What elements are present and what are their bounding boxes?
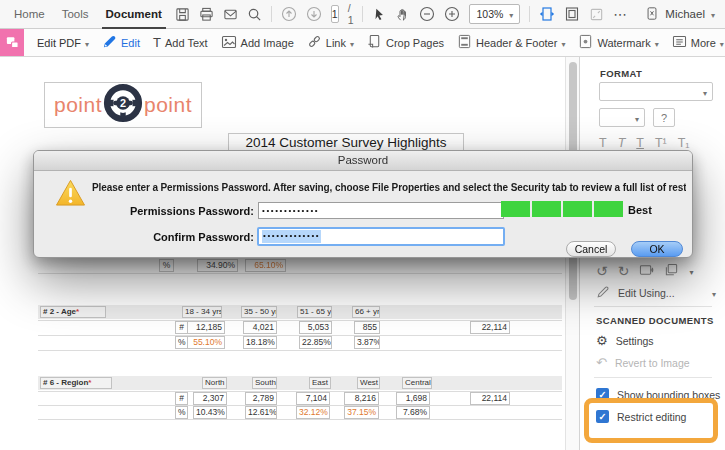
- bold-button[interactable]: T: [599, 136, 607, 150]
- undo-icon[interactable]: [596, 263, 608, 279]
- print-button[interactable]: [199, 3, 214, 25]
- table-cell[interactable]: 18.18%: [243, 336, 277, 349]
- edit-pdf-tool-icon[interactable]: [0, 29, 24, 56]
- tool-name-dropdown[interactable]: Edit PDF: [34, 37, 92, 49]
- table-title-cell[interactable]: # 2 - Age*: [40, 306, 106, 318]
- settings-button[interactable]: Settings: [596, 333, 654, 348]
- link-button[interactable]: Link: [304, 34, 357, 51]
- table-cell[interactable]: 2,307: [193, 392, 227, 405]
- restrict-editing-checkbox-row[interactable]: Restrict editing: [596, 410, 686, 423]
- duplicate-pages-icon[interactable]: [664, 263, 679, 279]
- table-cell[interactable]: 5,053: [299, 321, 332, 334]
- edit-button[interactable]: Edit: [99, 34, 143, 51]
- fit-page-button[interactable]: [564, 3, 580, 25]
- table-cell[interactable]: 1,698: [396, 392, 430, 405]
- search-icon: [247, 7, 262, 22]
- crop-pages-button[interactable]: Crop Pages: [364, 34, 447, 51]
- save-button[interactable]: [175, 3, 190, 25]
- total-cell[interactable]: 22,114: [470, 321, 510, 334]
- more-tools-button[interactable]: [613, 3, 627, 25]
- column-header-cell[interactable]: East: [309, 377, 331, 389]
- table-cell[interactable]: 4,021: [243, 321, 277, 334]
- italic-button[interactable]: T: [618, 136, 626, 150]
- cancel-button[interactable]: Cancel: [566, 241, 616, 257]
- dialog-message: Please enter a Permissions Password. Aft…: [92, 182, 686, 193]
- chevron-down-icon: [655, 37, 659, 49]
- help-button[interactable]: ?: [653, 108, 675, 127]
- table-title-cell[interactable]: # 6 - Region*: [40, 377, 112, 389]
- table-cell[interactable]: 55.10%: [187, 336, 225, 349]
- permissions-password-field[interactable]: •••••••••••••: [258, 202, 504, 219]
- previous-page-button[interactable]: [281, 3, 297, 25]
- watermark-button[interactable]: Watermark: [575, 34, 661, 51]
- checkbox-checked-icon[interactable]: [596, 410, 609, 423]
- row-label-cell[interactable]: %: [175, 406, 188, 419]
- zoom-in-button[interactable]: [444, 3, 460, 25]
- page-number-input[interactable]: 1: [331, 5, 339, 23]
- column-header-cell[interactable]: 18 - 34 yrs: [182, 306, 222, 318]
- table-cell[interactable]: 12.61%: [245, 406, 277, 419]
- divider: [594, 306, 712, 307]
- user-menu[interactable]: Michael: [645, 6, 715, 23]
- table-cell[interactable]: 22.85%: [299, 336, 332, 349]
- table-cell[interactable]: 34.90%: [197, 259, 238, 272]
- column-header-cell[interactable]: South: [252, 377, 277, 389]
- header-footer-button[interactable]: Header & Footer: [454, 34, 568, 51]
- add-image-button[interactable]: Add Image: [218, 35, 297, 51]
- fit-page-icon: [564, 6, 580, 22]
- table-cell[interactable]: 3.87%: [354, 336, 380, 349]
- total-cell[interactable]: 22,114: [470, 392, 510, 405]
- column-header-cell[interactable]: Central: [402, 377, 432, 389]
- more-button[interactable]: More: [669, 35, 725, 50]
- superscript-button[interactable]: T¹: [655, 136, 667, 150]
- table-cell[interactable]: 32.12%: [296, 406, 330, 419]
- edit-using-dropdown[interactable]: Edit Using...: [596, 285, 717, 301]
- row-label-cell[interactable]: #: [175, 392, 188, 405]
- column-header-cell[interactable]: North: [202, 377, 227, 389]
- table-cell[interactable]: 855: [354, 321, 380, 334]
- user-name-label: Michael: [665, 8, 705, 20]
- zoom-level-dropdown[interactable]: 103%: [469, 4, 520, 24]
- table-cell[interactable]: 8,216: [344, 392, 379, 405]
- chevron-down-icon: [350, 37, 354, 49]
- table-cell[interactable]: 7,104: [296, 392, 330, 405]
- next-page-button[interactable]: [306, 3, 322, 25]
- table-cell[interactable]: 7.68%: [396, 406, 430, 419]
- row-label-cell[interactable]: %: [159, 259, 174, 272]
- fit-width-button[interactable]: [539, 3, 555, 25]
- replace-image-icon[interactable]: [639, 263, 654, 279]
- select-tool-button[interactable]: [372, 3, 386, 25]
- tab-document[interactable]: Document: [102, 0, 166, 29]
- table-cell[interactable]: 2,789: [245, 392, 277, 405]
- zoom-out-button[interactable]: [419, 3, 435, 25]
- text-format-row: T T T T¹ T₁: [599, 136, 690, 150]
- font-family-dropdown[interactable]: [599, 82, 713, 101]
- tab-tools[interactable]: Tools: [58, 0, 93, 29]
- underline-button[interactable]: T: [636, 136, 644, 150]
- confirm-password-field[interactable]: •••••••••••••: [257, 227, 505, 246]
- fullscreen-button[interactable]: [589, 3, 604, 25]
- hand-tool-button[interactable]: [395, 3, 410, 25]
- table-cell[interactable]: 37.15%: [344, 406, 379, 419]
- column-header-cell[interactable]: 51 - 65 yrs: [297, 306, 332, 318]
- font-size-dropdown[interactable]: [599, 108, 645, 127]
- logo-textbox[interactable]: point 2 point: [44, 82, 202, 128]
- table-cell[interactable]: 10.43%: [193, 406, 227, 419]
- add-text-button[interactable]: Add Text: [150, 35, 211, 50]
- column-header-cell[interactable]: West: [357, 377, 380, 389]
- email-button[interactable]: [223, 3, 238, 25]
- column-header-cell[interactable]: 35 - 50 yrs: [241, 306, 277, 318]
- show-bounding-boxes-checkbox-row[interactable]: Show bounding boxes: [596, 388, 720, 401]
- redo-icon[interactable]: [618, 263, 630, 279]
- revert-to-image-button[interactable]: Revert to Image: [596, 355, 690, 370]
- subscript-button[interactable]: T₁: [678, 136, 690, 150]
- column-header-cell[interactable]: 66 + yrs: [352, 306, 380, 318]
- strength-segment: [594, 201, 623, 217]
- ok-button[interactable]: OK: [631, 241, 683, 257]
- search-button[interactable]: [247, 3, 262, 25]
- checkbox-checked-icon[interactable]: [596, 388, 609, 401]
- table-cell[interactable]: 12,185: [187, 321, 225, 334]
- table-cell[interactable]: 65.10%: [245, 259, 286, 272]
- tab-home[interactable]: Home: [10, 0, 49, 29]
- image-icon: [221, 35, 237, 51]
